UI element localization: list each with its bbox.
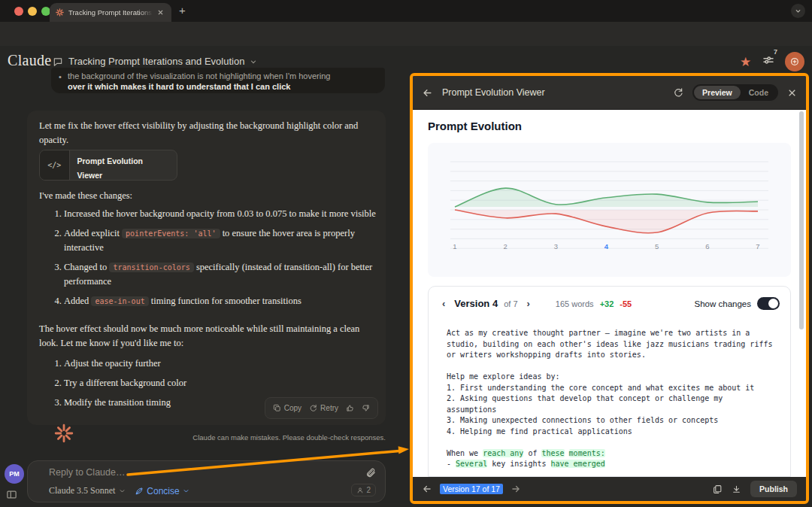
account-avatar[interactable] bbox=[785, 52, 804, 71]
retry-button[interactable]: Retry bbox=[309, 401, 338, 415]
footer-back-icon[interactable] bbox=[422, 484, 432, 494]
chat-bubble-icon bbox=[53, 56, 63, 67]
style-selector[interactable]: Concise bbox=[135, 486, 189, 496]
thumbs-down-icon[interactable] bbox=[362, 404, 370, 412]
chevron-down-icon bbox=[119, 487, 126, 494]
code-tab[interactable]: Code bbox=[741, 86, 777, 99]
copy-button[interactable]: Copy bbox=[273, 401, 301, 415]
show-changes-toggle[interactable] bbox=[757, 297, 780, 310]
composer-placeholder[interactable]: Reply to Claude… bbox=[49, 467, 376, 478]
settings-sliders-icon[interactable]: 7 bbox=[762, 53, 775, 67]
chevron-down-icon bbox=[183, 487, 189, 494]
close-window-button[interactable] bbox=[14, 7, 23, 16]
usage-count-badge: 7 bbox=[774, 48, 777, 56]
browser-toolbar: claude.ai/chat/3cc919f3-15da-4566-809f-b… bbox=[0, 22, 812, 46]
tab-search-button[interactable] bbox=[791, 4, 805, 18]
list-item: Added ease-in-out timing function for sm… bbox=[64, 294, 383, 308]
claude-favicon-starburst-icon bbox=[56, 8, 64, 17]
user-message-bubble: • the background of the visualization is… bbox=[51, 68, 385, 93]
list-item: Try a different background color bbox=[64, 376, 383, 390]
assistant-message: Let me fix the hover effect visibility b… bbox=[27, 111, 386, 425]
panel-close-icon[interactable] bbox=[787, 88, 797, 98]
prompt-evolution-heading: Prompt Evolution bbox=[428, 120, 522, 132]
refresh-icon[interactable] bbox=[673, 87, 683, 98]
list-item: Changed to transition-colors specificall… bbox=[64, 260, 383, 289]
version-nav-bar: ‹ Version 4 of 7 › 165 words +32 -55 Sho… bbox=[429, 287, 790, 320]
words-added: +32 bbox=[600, 299, 614, 308]
favorite-star-icon[interactable]: ★ bbox=[740, 54, 751, 70]
tab-title: Tracking Prompt Iterations an bbox=[68, 8, 153, 17]
svg-text:4: 4 bbox=[604, 242, 609, 250]
download-icon[interactable] bbox=[732, 484, 741, 494]
copy-artifact-icon[interactable] bbox=[713, 484, 723, 494]
show-changes-label: Show changes bbox=[695, 299, 751, 308]
sidebar-toggle-icon[interactable] bbox=[6, 489, 17, 500]
word-count: 165 words bbox=[556, 299, 594, 308]
user-message-line1: the background of the visualization is n… bbox=[68, 71, 374, 81]
user-message-line2: over it which makes it hard to understan… bbox=[68, 81, 374, 92]
prev-version-chevron[interactable]: ‹ bbox=[439, 298, 448, 309]
svg-text:5: 5 bbox=[655, 242, 659, 250]
artifact-preview: Prompt Evolution 1234567 ‹ Version 4 of … bbox=[413, 110, 806, 477]
browser-tab[interactable]: Tracking Prompt Iterations an bbox=[50, 3, 171, 22]
assistant-intro-text: Let me fix the hover effect visibility b… bbox=[39, 119, 370, 147]
claude-wordmark[interactable]: Claude bbox=[8, 52, 51, 69]
people-count-badge[interactable]: 2 bbox=[351, 484, 376, 496]
thumbs-up-icon[interactable] bbox=[346, 404, 354, 412]
footer-version-indicator[interactable]: Version 17 of 17 bbox=[440, 484, 503, 494]
chat-title: Tracking Prompt Iterations and Evolution bbox=[68, 56, 244, 67]
prompt-text: Act as my creative thought partner — ima… bbox=[429, 320, 790, 470]
changes-list: Increased the hover background opacity f… bbox=[64, 207, 383, 314]
svg-text:6: 6 bbox=[705, 242, 709, 250]
tab-close-icon[interactable] bbox=[157, 9, 164, 16]
artifact-panel-header: Prompt Evolution Viewer Preview Code bbox=[413, 76, 806, 110]
artifact-title: Prompt Evolution Viewer bbox=[442, 87, 664, 98]
changes-heading: I've made these changes: bbox=[39, 189, 132, 203]
svg-text:7: 7 bbox=[756, 242, 759, 250]
code-chip-icon: </> bbox=[40, 150, 70, 180]
preview-tab[interactable]: Preview bbox=[694, 86, 741, 99]
disclaimer-text: Claude can make mistakes. Please double-… bbox=[0, 433, 386, 442]
svg-text:3: 3 bbox=[554, 242, 558, 250]
minimize-window-button[interactable] bbox=[28, 7, 37, 16]
artifact-panel-footer: Version 17 of 17 Publish bbox=[413, 477, 806, 501]
browser-tab-bar: Tracking Prompt Iterations an + bbox=[0, 0, 812, 22]
panel-back-icon[interactable] bbox=[422, 87, 433, 99]
artifact-chip-title: Prompt Evolution Viewer bbox=[77, 154, 170, 181]
version-of-label: of 7 bbox=[504, 299, 517, 308]
attach-paperclip-icon[interactable] bbox=[365, 467, 376, 478]
version-label: Version 4 bbox=[454, 298, 498, 309]
artifact-chip[interactable]: </> Prompt Evolution Viewer Click to ope… bbox=[39, 150, 177, 181]
next-version-chevron[interactable]: › bbox=[524, 298, 533, 309]
composer[interactable]: Reply to Claude… Claude 3.5 Sonnet Conci… bbox=[27, 460, 386, 502]
stream-chart[interactable]: 1234567 bbox=[428, 143, 791, 277]
list-item: Adjust the opacity further bbox=[64, 357, 383, 371]
scrollbar-thumb[interactable] bbox=[799, 111, 804, 329]
svg-text:2: 2 bbox=[504, 242, 508, 250]
svg-text:1: 1 bbox=[453, 242, 456, 250]
publish-button[interactable]: Publish bbox=[750, 481, 797, 497]
model-selector[interactable]: Claude 3.5 Sonnet bbox=[49, 485, 126, 496]
person-icon bbox=[356, 487, 364, 494]
message-actions: Copy Retry bbox=[265, 397, 378, 419]
preview-code-toggle: Preview Code bbox=[692, 84, 778, 101]
new-tab-button[interactable]: + bbox=[179, 4, 186, 17]
chevron-down-icon bbox=[250, 58, 257, 65]
feather-icon bbox=[135, 487, 144, 496]
footer-forward-icon[interactable] bbox=[511, 484, 521, 494]
list-item: Increased the hover background opacity f… bbox=[64, 207, 383, 221]
evolution-chart[interactable]: 1234567 bbox=[428, 143, 791, 277]
assistant-outro-text: The hover effect should now be much more… bbox=[39, 322, 370, 351]
artifact-panel: Prompt Evolution Viewer Preview Code Pro… bbox=[410, 73, 809, 504]
chat-title-menu[interactable]: Tracking Prompt Iterations and Evolution bbox=[53, 56, 257, 67]
user-avatar[interactable]: PM bbox=[5, 464, 24, 484]
list-item: Added explicit pointerEvents: 'all' to e… bbox=[64, 226, 383, 255]
version-card: ‹ Version 4 of 7 › 165 words +32 -55 Sho… bbox=[428, 286, 791, 477]
words-removed: -55 bbox=[620, 299, 632, 308]
